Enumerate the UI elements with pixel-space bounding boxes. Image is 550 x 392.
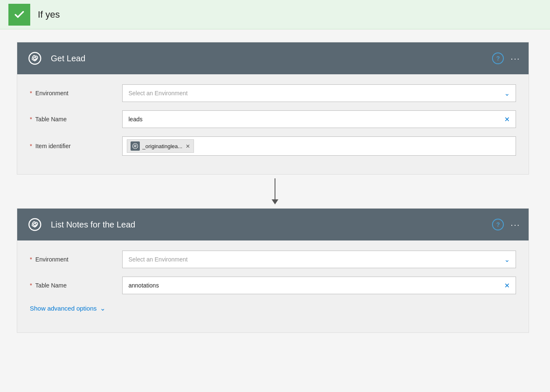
environment-label-1: * Environment	[30, 90, 122, 97]
list-notes-title: List Notes for the Lead	[51, 220, 135, 230]
card-header-left-2: List Notes for the Lead	[26, 215, 135, 234]
environment-row-1: * Environment Select an Environment ⌄	[30, 84, 516, 102]
table-name-field-2: annotations ✕	[122, 277, 516, 294]
connector-line	[275, 178, 275, 199]
get-lead-card: Get Lead ? ··· * Environment	[17, 42, 529, 175]
chevron-down-icon-2: ⌄	[504, 256, 510, 264]
card-header-left: Get Lead	[26, 49, 85, 68]
checkmark-icon	[8, 4, 30, 26]
table-name-input-2[interactable]: annotations ✕	[122, 277, 516, 294]
main-content: Get Lead ? ··· * Environment	[0, 29, 550, 345]
environment-field-1: Select an Environment ⌄	[122, 84, 516, 102]
table-name-row-2: * Table Name annotations ✕	[30, 277, 516, 294]
item-identifier-row: * Item identifier	[30, 136, 516, 156]
chevron-down-icon-1: ⌄	[504, 89, 510, 97]
more-options-1[interactable]: ···	[511, 54, 520, 63]
table-name-label-1: * Table Name	[30, 116, 122, 123]
token-icon	[131, 141, 140, 151]
svg-point-2	[133, 144, 138, 149]
token-text: _originatingleа...	[142, 143, 182, 149]
table-name-input-1[interactable]: leads ✕	[122, 110, 516, 128]
item-identifier-field: _originatingleа... ✕	[122, 136, 516, 156]
clear-icon-1[interactable]: ✕	[504, 115, 510, 123]
token-close-icon[interactable]: ✕	[186, 143, 190, 149]
required-star-5: *	[30, 282, 32, 289]
arrowhead-icon	[272, 199, 278, 204]
svg-point-5	[34, 223, 36, 226]
svg-point-0	[29, 52, 41, 64]
card-header-right-1: ? ···	[492, 52, 520, 64]
required-star: *	[30, 90, 32, 97]
help-icon-2[interactable]: ?	[492, 219, 504, 230]
show-advanced-label: Show advanced options	[30, 305, 97, 312]
page-container: If yes Get Lead ?	[0, 0, 550, 392]
list-notes-card-icon	[26, 215, 44, 234]
item-identifier-token-field[interactable]: _originatingleа... ✕	[122, 136, 516, 156]
clear-icon-2[interactable]: ✕	[504, 282, 510, 290]
token-item: _originatingleа... ✕	[127, 139, 194, 153]
environment-row-2: * Environment Select an Environment ⌄	[30, 251, 516, 268]
svg-point-1	[34, 57, 36, 60]
card-header-right-2: ? ···	[492, 219, 520, 230]
header-bar: If yes	[0, 0, 550, 29]
get-lead-card-header: Get Lead ? ···	[17, 42, 529, 74]
table-name-label-2: * Table Name	[30, 282, 122, 289]
required-star-4: *	[30, 256, 32, 263]
list-notes-card-body: * Environment Select an Environment ⌄ *	[17, 240, 529, 332]
environment-label-2: * Environment	[30, 256, 122, 263]
required-star-3: *	[30, 143, 32, 149]
svg-point-4	[29, 219, 41, 230]
header-title: If yes	[38, 9, 60, 20]
show-advanced-row: Show advanced options ⌄	[30, 303, 516, 314]
arrow-line	[272, 178, 278, 204]
get-lead-card-body: * Environment Select an Environment ⌄ *	[17, 74, 529, 174]
table-name-row-1: * Table Name leads ✕	[30, 110, 516, 128]
item-identifier-label: * Item identifier	[30, 143, 122, 149]
environment-field-2: Select an Environment ⌄	[122, 251, 516, 268]
chevron-down-icon-3: ⌄	[100, 304, 105, 312]
environment-select-1[interactable]: Select an Environment ⌄	[122, 84, 516, 102]
show-advanced-options[interactable]: Show advanced options ⌄	[30, 303, 105, 314]
list-notes-card: List Notes for the Lead ? ··· * Environm…	[17, 208, 529, 333]
more-options-2[interactable]: ···	[511, 220, 520, 230]
get-lead-title: Get Lead	[51, 54, 85, 63]
help-icon-1[interactable]: ?	[492, 52, 504, 64]
arrow-connector	[17, 175, 533, 208]
list-notes-card-header: List Notes for the Lead ? ···	[17, 209, 529, 240]
environment-select-2[interactable]: Select an Environment ⌄	[122, 251, 516, 268]
svg-point-3	[135, 146, 136, 147]
get-lead-card-icon	[26, 49, 44, 68]
required-star-2: *	[30, 116, 32, 123]
table-name-field-1: leads ✕	[122, 110, 516, 128]
